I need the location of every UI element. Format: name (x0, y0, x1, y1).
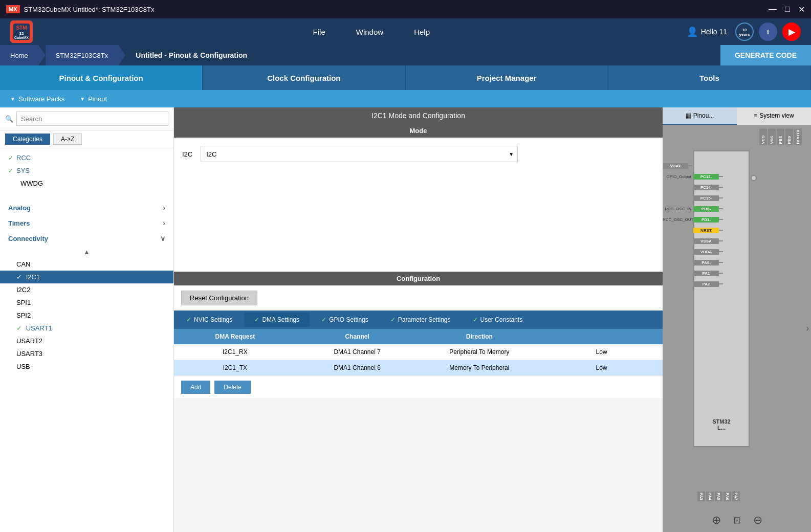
cat-btn-az[interactable]: A->Z (53, 134, 82, 145)
user-name: Hello 11 (701, 28, 727, 36)
facebook-button[interactable]: f (759, 23, 777, 41)
chevron-down-icon: ▼ (80, 96, 85, 102)
search-icon: 🔍 (5, 115, 13, 123)
sidebar-item-usart3[interactable]: USART3 (0, 347, 173, 360)
sidebar-item-sys[interactable]: ✓ SYS (0, 164, 173, 177)
pin-pb8: PB8 (777, 129, 784, 145)
zoom-in-button[interactable]: ⊕ (712, 514, 721, 527)
rcc-osc-in-label: RCC_OSC_IN (663, 207, 693, 211)
i2c-mode-select[interactable]: Disable I2C SMBus-Alert-mode SMBus-Host-… (201, 146, 518, 162)
sidebar-item-wwdg[interactable]: WWDG (0, 177, 173, 190)
main-content: 🔍 Categories A->Z ✓ RCC ✓ SYS WWDG Ana (0, 107, 811, 532)
cell-channel: DMA1 Channel 6 (296, 360, 419, 375)
breadcrumb-chip[interactable]: STM32F103C8Tx (46, 45, 119, 65)
pin-connector (719, 240, 723, 241)
rcc-osc-out-label: RCC_OSC_OUT (663, 217, 693, 222)
sidebar-item-i2c2[interactable]: I2C2 (0, 283, 173, 296)
pin-connector (719, 283, 723, 284)
bottom-pins-area: PA3 PA4 PA5 PA6 PA7 (697, 492, 740, 501)
sidebar-item-usart2[interactable]: USART2 (0, 335, 173, 347)
menu-window[interactable]: Window (356, 28, 383, 36)
cell-direction: Peripheral To Memory (419, 344, 541, 360)
pin-row-pd0: RCC_OSC_IN PD0- (663, 204, 723, 214)
tab-clock[interactable]: Clock Configuration (203, 65, 405, 90)
pin-row-pc13: GPIO_Output PC13- (663, 171, 723, 182)
zoom-fit-button[interactable]: ⊡ (733, 515, 741, 526)
col-priority (540, 329, 663, 344)
zoom-controls: ⊕ ⊡ ⊖ (712, 514, 762, 527)
chevron-right-icon: › (163, 219, 165, 227)
table-row[interactable]: I2C1_TX DMA1 Channel 6 Memory To Periphe… (174, 360, 663, 376)
cell-direction: Memory To Peripheral (419, 360, 541, 375)
pin-label-pc15: PC15- (693, 195, 719, 201)
pin-label-pa2: PA2 (693, 281, 719, 287)
tab-system-view[interactable]: ≡ System view (737, 107, 811, 125)
reset-configuration-button[interactable]: Reset Configuration (181, 291, 257, 305)
sidebar-item-can[interactable]: CAN (0, 258, 173, 271)
close-button[interactable]: ✕ (798, 5, 805, 14)
check-icon: ✓ (8, 154, 13, 162)
sidebar-item-spi2[interactable]: SPI2 (0, 309, 173, 322)
chevron-right-icon: › (163, 204, 165, 212)
sidebar-item-usart1[interactable]: ✓ USART1 (0, 322, 173, 335)
cell-priority: Low (540, 360, 663, 375)
pin-row-pa1: PA1 (663, 268, 723, 278)
gpio-output-label: GPIO_Output (663, 174, 693, 179)
pin-label-pd1: PD1- (693, 217, 719, 223)
anniversary-badge[interactable]: 10years (735, 23, 754, 41)
delete-button[interactable]: Delete (214, 381, 251, 394)
sidebar-item-spi1[interactable]: SPI1 (0, 296, 173, 309)
tab-dma-settings[interactable]: ✓ DMA Settings (244, 313, 310, 327)
pin-connector (719, 230, 723, 231)
sub-tab-software-packs[interactable]: ▼ Software Packs (10, 95, 64, 103)
scroll-up-indicator: ▲ (0, 246, 173, 258)
check-icon: ✓ (8, 167, 13, 174)
zoom-out-button[interactable]: ⊖ (753, 514, 762, 527)
minimize-button[interactable]: — (769, 5, 777, 14)
add-button[interactable]: Add (181, 381, 210, 394)
generate-code-button[interactable]: GENERATE CODE (720, 45, 811, 65)
chip-text: STM32L... (694, 418, 749, 431)
window-controls[interactable]: — □ ✕ (769, 5, 805, 14)
scroll-right-indicator[interactable]: › (806, 324, 809, 333)
sub-tab-pinout[interactable]: ▼ Pinout (80, 95, 107, 103)
sidebar-item-i2c1[interactable]: ✓ I2C1 (0, 271, 173, 283)
tab-pinout-view[interactable]: ▦ Pinou... (663, 107, 737, 125)
cat-btn-categories[interactable]: Categories (5, 134, 50, 145)
tab-user-constants[interactable]: ✓ User Constants (463, 313, 533, 327)
tab-project[interactable]: Project Manager (406, 65, 608, 90)
sidebar-item-rcc[interactable]: ✓ RCC (0, 151, 173, 164)
pin-row-vssa: VSSA (663, 236, 723, 246)
sidebar-group-timers[interactable]: Timers › (0, 215, 173, 231)
breadcrumb-home[interactable]: Home (0, 45, 38, 65)
chevron-down-icon: ∨ (160, 234, 165, 242)
pin-connector (688, 165, 692, 166)
pin-row-vbat: VBAT (663, 161, 723, 171)
tab-parameter-settings[interactable]: ✓ Parameter Settings (380, 313, 461, 327)
table-row[interactable]: I2C1_RX DMA1 Channel 7 Peripheral To Mem… (174, 344, 663, 360)
tab-gpio-settings[interactable]: ✓ GPIO Settings (311, 313, 379, 327)
pin-vdd: VDD (759, 129, 767, 145)
tab-nvic-settings[interactable]: ✓ NVIC Settings (176, 313, 243, 327)
sidebar-group-connectivity[interactable]: Connectivity ∨ (0, 231, 173, 246)
youtube-button[interactable]: ▶ (782, 23, 801, 41)
cell-channel: DMA1 Channel 7 (296, 344, 419, 360)
tab-tools[interactable]: Tools (608, 65, 811, 90)
user-info: 👤 Hello 11 (687, 26, 727, 37)
pin-label-pc14: PC14- (693, 185, 719, 190)
svg-text:32: 32 (19, 31, 24, 36)
tab-pinout[interactable]: Pinout & Configuration (0, 65, 203, 90)
sidebar-group-analog[interactable]: Analog › (0, 200, 173, 215)
pin-connector (719, 197, 723, 198)
pin-row-vdda: VDDA (663, 247, 723, 257)
sidebar-list: ✓ RCC ✓ SYS WWDG Analog › Timers › (0, 148, 173, 532)
search-input[interactable] (16, 112, 168, 126)
pin-row-pd1: RCC_OSC_OUT PD1- (663, 214, 723, 225)
left-pins: VBAT GPIO_Output PC13- PC14- (663, 161, 723, 289)
maximize-button[interactable]: □ (785, 5, 790, 14)
dma-table-header: DMA Request Channel Direction (174, 329, 663, 344)
sidebar-item-usb[interactable]: USB (0, 360, 173, 373)
menu-help[interactable]: Help (414, 28, 430, 36)
pin-row-pa0: PA0- (663, 257, 723, 268)
menu-file[interactable]: File (313, 28, 325, 36)
